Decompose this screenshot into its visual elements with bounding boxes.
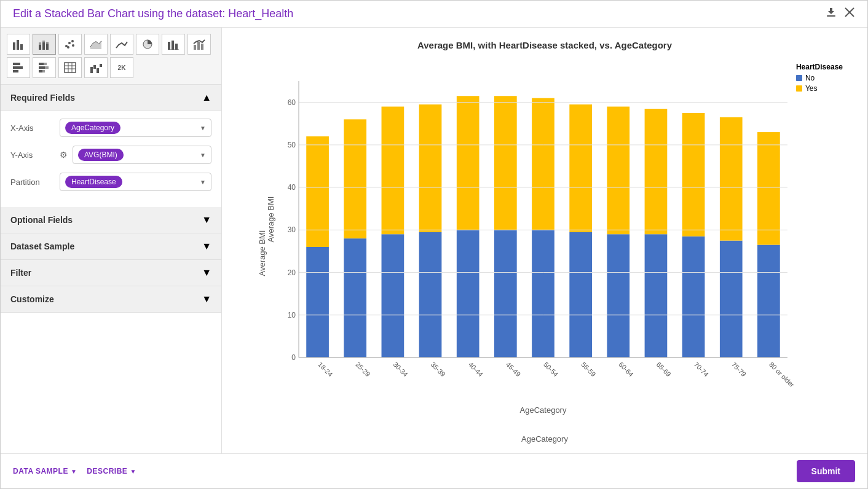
- svg-rect-26: [13, 66, 23, 69]
- title-prefix: Edit a Stacked Bar Chart using the datas…: [13, 7, 228, 20]
- required-fields-section: Required Fields ▲ X-Axis AgeCategory ▼: [1, 85, 221, 207]
- line-button[interactable]: [110, 34, 133, 55]
- dataset-sample-header[interactable]: Dataset Sample ▼: [1, 233, 221, 260]
- svg-point-14: [71, 40, 74, 42]
- area-button[interactable]: [84, 34, 108, 55]
- svg-rect-27: [13, 70, 18, 72]
- required-fields-title: Required Fields: [10, 93, 75, 103]
- optional-fields-title: Optional Fields: [10, 215, 73, 225]
- sidebar: 2K Required Fields ▲ X-Axis AgeCategory: [1, 28, 222, 453]
- svg-rect-34: [65, 63, 76, 72]
- yaxis-row: Y-Axis ⚙ AVG(BMI) ▼: [10, 146, 211, 164]
- required-fields-content: X-Axis AgeCategory ▼ Y-Axis ⚙: [1, 111, 221, 207]
- pie-button[interactable]: [136, 34, 159, 55]
- filter-title: Filter: [10, 268, 31, 278]
- svg-rect-18: [168, 42, 170, 50]
- svg-point-16: [72, 44, 74, 47]
- dataset-sample-chevron-icon: ▼: [202, 241, 211, 252]
- chart-toolbar: 2K: [1, 28, 221, 85]
- histogram-button[interactable]: [162, 34, 185, 55]
- bottom-bar: DATA SAMPLE ▼ DESCRIBE ▼ Submit: [1, 453, 867, 488]
- 2k-label: 2K: [118, 65, 126, 71]
- svg-rect-33: [42, 70, 45, 72]
- scatter-button[interactable]: [58, 34, 82, 55]
- modal: Edit a Stacked Bar Chart using the datas…: [0, 0, 868, 489]
- svg-rect-39: [90, 67, 93, 73]
- optional-fields-section: Optional Fields ▼: [1, 207, 221, 233]
- submit-button[interactable]: Submit: [797, 460, 855, 482]
- table-button[interactable]: [58, 57, 82, 78]
- waterfall-button[interactable]: [84, 57, 108, 78]
- filter-header[interactable]: Filter ▼: [1, 260, 221, 286]
- bottom-left: DATA SAMPLE ▼ DESCRIBE ▼: [13, 467, 136, 475]
- svg-rect-0: [827, 15, 835, 17]
- svg-rect-25: [13, 63, 20, 65]
- xaxis-label: X-Axis: [10, 123, 60, 133]
- stacked-bar-button[interactable]: [33, 34, 56, 55]
- svg-rect-31: [45, 66, 49, 69]
- describe-tab[interactable]: DESCRIBE ▼: [87, 467, 136, 475]
- svg-rect-10: [46, 44, 49, 50]
- yaxis-select[interactable]: AVG(BMI) ▼: [73, 146, 211, 164]
- xaxis-select[interactable]: AgeCategory ▼: [60, 119, 211, 137]
- describe-label: DESCRIBE: [87, 467, 127, 475]
- customize-header[interactable]: Customize ▼: [1, 286, 221, 313]
- partition-select[interactable]: HeartDisease ▼: [60, 173, 211, 191]
- modal-title: Edit a Stacked Bar Chart using the datas…: [13, 7, 293, 20]
- svg-point-13: [68, 42, 71, 44]
- svg-rect-6: [39, 45, 41, 50]
- svg-rect-3: [13, 42, 15, 50]
- svg-point-15: [67, 46, 69, 49]
- svg-rect-9: [42, 41, 45, 42]
- svg-rect-40: [93, 65, 96, 69]
- customize-chevron-icon: ▼: [202, 294, 211, 305]
- filter-section: Filter ▼: [1, 260, 221, 286]
- xaxis-chevron-icon: ▼: [200, 125, 206, 131]
- yaxis-label: Y-Axis: [10, 151, 60, 160]
- yaxis-control: AVG(BMI) ▼: [73, 146, 211, 164]
- chart-area: Average BMI, with HeartDisease stacked, …: [222, 28, 867, 453]
- required-fields-header[interactable]: Required Fields ▲: [1, 85, 221, 111]
- partition-pill: HeartDisease: [65, 176, 122, 188]
- chart-title: Average BMI, with HeartDisease stacked, …: [234, 40, 855, 50]
- svg-rect-30: [39, 66, 45, 69]
- bar-chart-button[interactable]: [7, 34, 30, 55]
- required-fields-chevron: ▲: [202, 92, 211, 103]
- svg-rect-22: [194, 45, 196, 50]
- combo-button[interactable]: [187, 34, 211, 55]
- close-button[interactable]: [844, 7, 855, 21]
- svg-rect-41: [97, 68, 99, 73]
- svg-rect-28: [39, 63, 44, 65]
- partition-label: Partition: [10, 178, 60, 187]
- yaxis-pill: AVG(BMI): [78, 149, 124, 161]
- svg-rect-5: [20, 44, 23, 50]
- 2k-button[interactable]: 2K: [110, 57, 133, 78]
- legend-yes-label: Yes: [805, 84, 818, 93]
- download-button[interactable]: [826, 7, 837, 21]
- customize-section: Customize ▼: [1, 286, 221, 313]
- partition-control: HeartDisease ▼: [60, 173, 211, 191]
- svg-rect-7: [39, 42, 41, 45]
- svg-rect-20: [175, 44, 178, 50]
- x-axis-label: AgeCategory: [234, 434, 855, 444]
- filter-chevron-icon: ▼: [202, 267, 211, 278]
- optional-fields-header[interactable]: Optional Fields ▼: [1, 207, 221, 233]
- data-sample-tab[interactable]: DATA SAMPLE ▼: [13, 467, 77, 475]
- svg-rect-32: [39, 70, 42, 72]
- modal-body: 2K Required Fields ▲ X-Axis AgeCategory: [1, 28, 867, 453]
- partition-row: Partition HeartDisease ▼: [10, 173, 211, 191]
- hbar-button[interactable]: [7, 57, 30, 78]
- describe-chevron-icon: ▼: [130, 468, 136, 475]
- svg-rect-8: [42, 42, 45, 50]
- svg-rect-23: [197, 42, 200, 50]
- chart-wrapper: HeartDisease No Yes Average BMI: [234, 57, 855, 450]
- data-sample-label: DATA SAMPLE: [13, 467, 68, 475]
- modal-header: Edit a Stacked Bar Chart using the datas…: [1, 1, 867, 28]
- yaxis-chevron-icon: ▼: [200, 152, 206, 158]
- bar-canvas: [265, 63, 806, 419]
- yaxis-gear-icon[interactable]: ⚙: [60, 150, 68, 160]
- svg-rect-42: [100, 64, 102, 67]
- hstacked-button[interactable]: [33, 57, 56, 78]
- svg-rect-24: [201, 44, 203, 50]
- dataset-sample-section: Dataset Sample ▼: [1, 233, 221, 260]
